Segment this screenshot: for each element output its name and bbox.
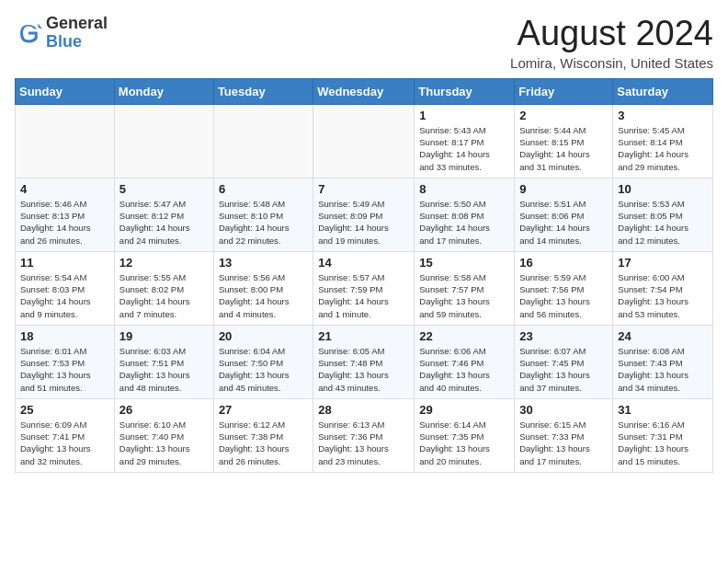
day-number: 4: [20, 182, 109, 196]
weekday-header-thursday: Thursday: [415, 78, 515, 104]
day-number: 19: [119, 329, 209, 343]
day-info: Sunrise: 6:15 AM Sunset: 7:33 PM Dayligh…: [519, 419, 608, 467]
day-info: Sunrise: 5:58 AM Sunset: 7:57 PM Dayligh…: [419, 271, 509, 320]
weekday-header-saturday: Saturday: [613, 78, 713, 104]
day-number: 3: [618, 109, 708, 122]
logo-line2: Blue: [46, 33, 108, 52]
day-number: 2: [519, 109, 608, 122]
calendar-cell: [114, 104, 213, 178]
day-info: Sunrise: 6:12 AM Sunset: 7:38 PM Dayligh…: [219, 419, 308, 467]
day-info: Sunrise: 6:00 AM Sunset: 7:54 PM Dayligh…: [618, 271, 708, 320]
calendar-cell: 15Sunrise: 5:58 AM Sunset: 7:57 PM Dayli…: [415, 251, 515, 325]
day-number: 23: [519, 329, 608, 343]
title-area: August 2024 Lomira, Wisconsin, United St…: [510, 15, 713, 71]
calendar-cell: 16Sunrise: 5:59 AM Sunset: 7:56 PM Dayli…: [515, 251, 613, 325]
day-number: 30: [519, 403, 608, 417]
calendar-cell: 25Sunrise: 6:09 AM Sunset: 7:41 PM Dayli…: [16, 398, 115, 472]
day-number: 11: [20, 256, 109, 270]
day-number: 31: [618, 403, 708, 417]
day-number: 14: [318, 256, 409, 270]
day-number: 17: [618, 256, 708, 270]
day-info: Sunrise: 6:13 AM Sunset: 7:36 PM Dayligh…: [318, 419, 409, 467]
calendar-cell: 17Sunrise: 6:00 AM Sunset: 7:54 PM Dayli…: [613, 251, 713, 325]
day-number: 5: [119, 182, 209, 196]
calendar-cell: 24Sunrise: 6:08 AM Sunset: 7:43 PM Dayli…: [613, 325, 713, 398]
calendar-cell: 21Sunrise: 6:05 AM Sunset: 7:48 PM Dayli…: [313, 325, 415, 398]
calendar-cell: 29Sunrise: 6:14 AM Sunset: 7:35 PM Dayli…: [415, 398, 515, 472]
calendar-header: SundayMondayTuesdayWednesdayThursdayFrid…: [16, 78, 713, 104]
day-info: Sunrise: 6:14 AM Sunset: 7:35 PM Dayligh…: [419, 419, 509, 467]
day-info: Sunrise: 6:16 AM Sunset: 7:31 PM Dayligh…: [618, 419, 708, 467]
day-info: Sunrise: 5:51 AM Sunset: 8:06 PM Dayligh…: [519, 198, 608, 247]
day-number: 20: [219, 329, 308, 343]
calendar-cell: 30Sunrise: 6:15 AM Sunset: 7:33 PM Dayli…: [515, 398, 613, 472]
weekday-header-friday: Friday: [515, 78, 613, 104]
calendar-cell: 4Sunrise: 5:46 AM Sunset: 8:13 PM Daylig…: [16, 178, 115, 251]
day-info: Sunrise: 6:08 AM Sunset: 7:43 PM Dayligh…: [618, 345, 708, 394]
calendar-cell: 18Sunrise: 6:01 AM Sunset: 7:53 PM Dayli…: [16, 325, 115, 398]
day-info: Sunrise: 5:44 AM Sunset: 8:15 PM Dayligh…: [519, 124, 608, 173]
calendar-cell: 12Sunrise: 5:55 AM Sunset: 8:02 PM Dayli…: [114, 251, 213, 325]
weekday-header-monday: Monday: [114, 78, 213, 104]
calendar-cell: 9Sunrise: 5:51 AM Sunset: 8:06 PM Daylig…: [515, 178, 613, 251]
logo-icon: [15, 19, 42, 47]
day-number: 8: [419, 182, 509, 196]
day-number: 6: [219, 182, 308, 196]
day-info: Sunrise: 6:07 AM Sunset: 7:45 PM Dayligh…: [519, 345, 608, 394]
day-info: Sunrise: 5:46 AM Sunset: 8:13 PM Dayligh…: [20, 198, 109, 247]
calendar-cell: 1Sunrise: 5:43 AM Sunset: 8:17 PM Daylig…: [415, 104, 515, 178]
day-info: Sunrise: 5:57 AM Sunset: 7:59 PM Dayligh…: [318, 271, 409, 320]
weekday-header-wednesday: Wednesday: [313, 78, 415, 104]
day-number: 21: [318, 329, 409, 343]
day-info: Sunrise: 5:54 AM Sunset: 8:03 PM Dayligh…: [20, 271, 109, 320]
calendar-cell: 5Sunrise: 5:47 AM Sunset: 8:12 PM Daylig…: [114, 178, 213, 251]
calendar-cell: [16, 104, 115, 178]
day-info: Sunrise: 6:03 AM Sunset: 7:51 PM Dayligh…: [119, 345, 209, 394]
logo: General Blue: [15, 15, 108, 52]
week-row-3: 11Sunrise: 5:54 AM Sunset: 8:03 PM Dayli…: [16, 251, 713, 325]
day-info: Sunrise: 6:06 AM Sunset: 7:46 PM Dayligh…: [419, 345, 509, 394]
weekday-header-sunday: Sunday: [16, 78, 115, 104]
day-number: 10: [618, 182, 708, 196]
calendar-cell: 19Sunrise: 6:03 AM Sunset: 7:51 PM Dayli…: [114, 325, 213, 398]
calendar-cell: 13Sunrise: 5:56 AM Sunset: 8:00 PM Dayli…: [213, 251, 313, 325]
day-number: 1: [419, 109, 509, 122]
day-number: 22: [419, 329, 509, 343]
day-info: Sunrise: 5:49 AM Sunset: 8:09 PM Dayligh…: [318, 198, 409, 247]
day-info: Sunrise: 5:56 AM Sunset: 8:00 PM Dayligh…: [219, 271, 308, 320]
calendar-cell: 27Sunrise: 6:12 AM Sunset: 7:38 PM Dayli…: [213, 398, 313, 472]
day-info: Sunrise: 6:09 AM Sunset: 7:41 PM Dayligh…: [20, 419, 109, 467]
weekday-header-tuesday: Tuesday: [213, 78, 313, 104]
day-info: Sunrise: 6:04 AM Sunset: 7:50 PM Dayligh…: [219, 345, 308, 394]
calendar-cell: 2Sunrise: 5:44 AM Sunset: 8:15 PM Daylig…: [515, 104, 613, 178]
calendar-cell: 10Sunrise: 5:53 AM Sunset: 8:05 PM Dayli…: [613, 178, 713, 251]
day-info: Sunrise: 5:45 AM Sunset: 8:14 PM Dayligh…: [618, 124, 708, 173]
logo-text: General Blue: [46, 15, 108, 52]
page-header: General Blue August 2024 Lomira, Wiscons…: [15, 15, 713, 71]
day-number: 18: [20, 329, 109, 343]
calendar-cell: 3Sunrise: 5:45 AM Sunset: 8:14 PM Daylig…: [613, 104, 713, 178]
calendar-cell: 26Sunrise: 6:10 AM Sunset: 7:40 PM Dayli…: [114, 398, 213, 472]
day-number: 28: [318, 403, 409, 417]
day-info: Sunrise: 6:01 AM Sunset: 7:53 PM Dayligh…: [20, 345, 109, 394]
logo-line1: General: [46, 15, 108, 33]
day-number: 26: [119, 403, 209, 417]
calendar-cell: 7Sunrise: 5:49 AM Sunset: 8:09 PM Daylig…: [313, 178, 415, 251]
calendar-cell: 8Sunrise: 5:50 AM Sunset: 8:08 PM Daylig…: [415, 178, 515, 251]
calendar-cell: 23Sunrise: 6:07 AM Sunset: 7:45 PM Dayli…: [515, 325, 613, 398]
day-info: Sunrise: 5:59 AM Sunset: 7:56 PM Dayligh…: [519, 271, 608, 320]
week-row-2: 4Sunrise: 5:46 AM Sunset: 8:13 PM Daylig…: [16, 178, 713, 251]
day-number: 25: [20, 403, 109, 417]
week-row-1: 1Sunrise: 5:43 AM Sunset: 8:17 PM Daylig…: [16, 104, 713, 178]
day-info: Sunrise: 6:05 AM Sunset: 7:48 PM Dayligh…: [318, 345, 409, 394]
day-info: Sunrise: 5:50 AM Sunset: 8:08 PM Dayligh…: [419, 198, 509, 247]
calendar-cell: 28Sunrise: 6:13 AM Sunset: 7:36 PM Dayli…: [313, 398, 415, 472]
calendar-cell: 22Sunrise: 6:06 AM Sunset: 7:46 PM Dayli…: [415, 325, 515, 398]
calendar-cell: 14Sunrise: 5:57 AM Sunset: 7:59 PM Dayli…: [313, 251, 415, 325]
day-info: Sunrise: 5:43 AM Sunset: 8:17 PM Dayligh…: [419, 124, 509, 173]
week-row-4: 18Sunrise: 6:01 AM Sunset: 7:53 PM Dayli…: [16, 325, 713, 398]
day-number: 12: [119, 256, 209, 270]
day-number: 16: [519, 256, 608, 270]
calendar-cell: [213, 104, 313, 178]
day-info: Sunrise: 5:48 AM Sunset: 8:10 PM Dayligh…: [219, 198, 308, 247]
